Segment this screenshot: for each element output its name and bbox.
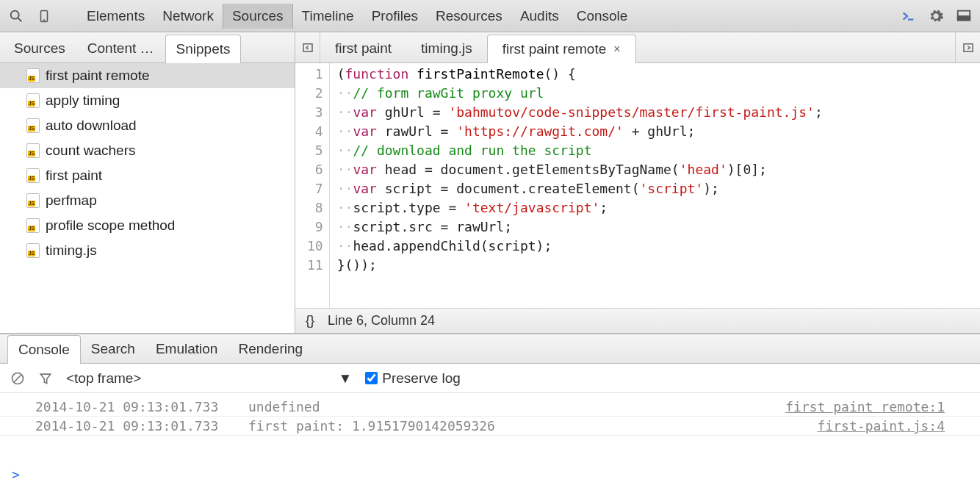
panel-tab-elements[interactable]: Elements [78,4,154,29]
show-console-icon[interactable] [899,7,917,25]
console-source-link[interactable]: first paint remote:1 [785,399,945,414]
close-icon[interactable]: × [613,43,620,56]
console-timestamp: 2014-10-21 09:13:01.733 [35,418,248,434]
drawer-tab-rendering[interactable]: Rendering [228,335,313,363]
editor-panel: first painttiming.jsfirst paint remote× … [295,32,980,333]
svg-rect-8 [964,43,973,51]
pretty-print-icon[interactable]: {} [306,313,314,328]
js-file-icon [26,218,40,233]
console-message: undefined [248,399,785,414]
js-file-icon [26,118,40,133]
frame-selector[interactable]: <top frame> [66,370,141,387]
svg-line-1 [18,18,22,21]
panel-tab-audits[interactable]: Audits [511,4,568,29]
snippet-label: first paint [46,168,102,184]
navigator-tab[interactable]: Content … [76,34,165,62]
search-icon[interactable] [7,7,25,25]
editor-statusbar: {} Line 6, Column 24 [295,308,980,333]
snippet-item[interactable]: first paint [0,163,295,188]
toolbar-right [899,7,973,25]
navigator-tab[interactable]: Sources [3,34,76,62]
drawer: ConsoleSearchEmulationRendering <top fra… [0,334,980,485]
snippet-label: apply timing [46,93,120,109]
devtools-toolbar: ElementsNetworkSourcesTimelineProfilesRe… [0,0,980,32]
snippet-label: perfmap [46,193,97,209]
preserve-log-checkbox[interactable]: Preserve log [365,370,461,387]
js-file-icon [26,193,40,208]
clear-console-icon[interactable] [10,371,25,386]
dock-icon[interactable] [955,7,973,25]
snippet-label: profile scope method [46,218,175,234]
panel-tab-sources[interactable]: Sources [223,4,293,29]
preserve-log-label: Preserve log [382,370,461,387]
snippet-item[interactable]: apply timing [0,88,295,113]
drawer-tab-search[interactable]: Search [81,335,145,363]
nav-back-icon[interactable] [295,32,320,62]
devtools-panel-tabs: ElementsNetworkSourcesTimelineProfilesRe… [78,4,889,29]
frame-selector-label: <top frame> [66,370,141,387]
console-row: 2014-10-21 09:13:01.733first paint: 1.91… [0,417,980,436]
line-gutter: 1234567891011 [295,63,330,308]
console-toolbar: <top frame> ▼ Preserve log [0,364,980,393]
svg-rect-7 [303,43,312,51]
navigator-tab[interactable]: Snippets [165,35,242,63]
console-output: 2014-10-21 09:13:01.733undefinedfirst pa… [0,393,980,464]
console-timestamp: 2014-10-21 09:13:01.733 [35,399,248,414]
svg-marker-11 [40,374,50,384]
panel-tab-console[interactable]: Console [568,4,637,29]
editor-tab-bar: first painttiming.jsfirst paint remote× [295,32,980,63]
panel-tab-resources[interactable]: Resources [427,4,511,29]
snippet-item[interactable]: auto download [0,113,295,138]
editor-tab-label: timing.js [421,40,472,57]
editor-tab-label: first paint [335,40,392,57]
editor-tab[interactable]: timing.js [406,35,487,62]
drawer-tabs: ConsoleSearchEmulationRendering [0,334,980,364]
navigator-panel: SourcesContent …Snippets first paint rem… [0,32,295,333]
editor-tab[interactable]: first paint remote× [487,35,636,63]
snippet-label: timing.js [46,242,97,259]
preserve-log-input[interactable] [365,372,378,384]
svg-line-10 [14,375,21,382]
navigator-tabs: SourcesContent …Snippets [0,32,295,63]
frame-dropdown-icon[interactable]: ▼ [338,370,352,387]
console-row: 2014-10-21 09:13:01.733undefinedfirst pa… [0,398,980,417]
drawer-tab-console[interactable]: Console [7,335,81,364]
nav-forward-icon[interactable] [955,32,980,62]
snippet-item[interactable]: perfmap [0,188,295,213]
snippet-item[interactable]: count wachers [0,138,295,163]
drawer-tab-emulation[interactable]: Emulation [145,335,228,363]
editor-tab-label: first paint remote [502,41,607,57]
gear-icon[interactable] [927,7,945,25]
js-file-icon [26,68,40,83]
console-source-link[interactable]: first-paint.js:4 [818,418,945,434]
code-content[interactable]: (function firstPaintRemote() {··// form … [330,63,830,308]
cursor-position: Line 6, Column 24 [328,313,435,328]
snippet-label: count wachers [46,143,136,159]
js-file-icon [26,143,40,158]
filter-icon[interactable] [38,371,53,386]
panel-tab-timeline[interactable]: Timeline [293,4,363,29]
panel-tab-profiles[interactable]: Profiles [363,4,427,29]
snippet-item[interactable]: profile scope method [0,213,295,238]
svg-point-0 [11,10,19,18]
main-split: SourcesContent …Snippets first paint rem… [0,32,980,334]
console-message: first paint: 1.9151790142059326 [248,418,818,434]
js-file-icon [26,93,40,108]
editor-tab[interactable]: first paint [320,35,406,62]
snippet-label: auto download [46,118,137,134]
svg-rect-6 [958,16,970,21]
device-icon[interactable] [35,7,53,25]
js-file-icon [26,243,40,258]
console-prompt[interactable]: > [0,464,980,485]
snippet-item[interactable]: timing.js [0,238,295,263]
snippet-item[interactable]: first paint remote [0,63,295,88]
js-file-icon [26,168,40,183]
snippet-label: first paint remote [46,68,150,84]
panel-tab-network[interactable]: Network [154,4,223,29]
snippets-list: first paint remoteapply timingauto downl… [0,63,295,333]
code-editor[interactable]: 1234567891011 (function firstPaintRemote… [295,63,980,308]
